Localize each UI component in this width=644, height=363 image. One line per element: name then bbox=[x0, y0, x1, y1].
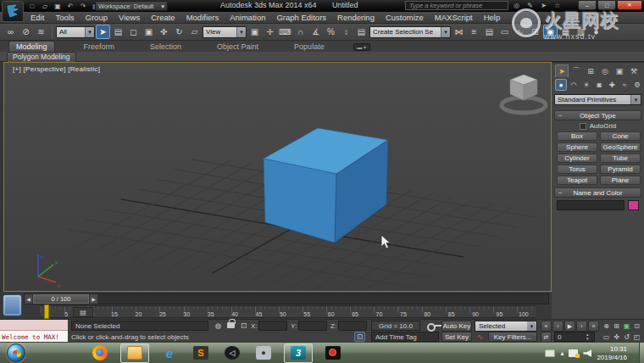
name-color-rollout-header[interactable]: − Name and Color bbox=[554, 187, 641, 198]
ribbon-tab[interactable]: Selection bbox=[143, 42, 188, 52]
space-warps-category-icon[interactable]: ≈ bbox=[619, 79, 630, 91]
speaker-icon[interactable] bbox=[583, 349, 591, 357]
infocenter-search-icon[interactable]: ◎ bbox=[512, 1, 521, 10]
menu-item[interactable]: Customize bbox=[386, 13, 424, 22]
z-coordinate-field[interactable] bbox=[338, 321, 367, 331]
zoom-all-icon[interactable]: ⊞ bbox=[612, 321, 621, 331]
show-hidden-icons[interactable]: ▴ bbox=[560, 349, 564, 357]
internet-explorer-icon[interactable]: e bbox=[158, 343, 180, 363]
menu-item[interactable]: Graph Editors bbox=[276, 13, 326, 22]
next-frame-arrow[interactable]: ▶ bbox=[90, 294, 97, 304]
maximize-viewport-toggle-icon[interactable]: ◰ bbox=[632, 332, 641, 342]
primitive-button[interactable]: Pyramid bbox=[600, 165, 641, 174]
display-tab-icon[interactable]: ▣ bbox=[613, 64, 626, 77]
play-button[interactable]: ▶ bbox=[564, 321, 575, 332]
align-icon[interactable]: ≡ bbox=[467, 25, 481, 39]
object-type-rollout-header[interactable]: − Object Type bbox=[554, 110, 641, 120]
select-by-name-icon[interactable]: ▤ bbox=[111, 25, 125, 39]
go-to-end-button[interactable]: » bbox=[588, 321, 599, 332]
auto-key-button[interactable]: Auto Key bbox=[441, 321, 472, 332]
add-time-tag-field[interactable]: Add Time Tag bbox=[371, 332, 439, 342]
layer-manager-icon[interactable]: ▤ bbox=[482, 25, 497, 39]
menu-item[interactable]: Help bbox=[484, 13, 501, 22]
spinner-arrows-icon[interactable]: ▴▾ bbox=[586, 332, 589, 341]
time-slider[interactable]: ◀ 0 / 100 ▶ bbox=[24, 293, 549, 304]
menu-item[interactable]: MAXScript bbox=[435, 13, 473, 22]
sublime-text-icon[interactable]: S bbox=[190, 343, 212, 363]
ribbon-tab[interactable]: Modeling bbox=[8, 41, 55, 52]
maxscript-mini-listener[interactable]: Welcome to MAX! bbox=[0, 331, 68, 343]
rectangular-selection-region-icon[interactable]: ◻ bbox=[126, 25, 141, 39]
network-warning-icon[interactable] bbox=[569, 349, 578, 357]
selection-lock-toggle[interactable]: ⊡ bbox=[354, 332, 365, 342]
select-and-scale-icon[interactable]: ▱ bbox=[187, 25, 202, 39]
close-button[interactable]: ✕ bbox=[617, 0, 642, 10]
macro-recorder-field[interactable] bbox=[0, 320, 68, 331]
select-object-icon[interactable]: ➤ bbox=[96, 25, 110, 39]
undo-icon[interactable]: ↶ bbox=[65, 1, 75, 11]
workspace-dropdown[interactable]: Workspace: Default▾ bbox=[95, 1, 168, 11]
next-frame-button[interactable]: › bbox=[576, 321, 587, 332]
open-file-icon[interactable]: ▱ bbox=[40, 1, 50, 11]
snaps-toggle-icon[interactable]: ∩ bbox=[293, 25, 308, 39]
timeline-corner-button[interactable] bbox=[3, 294, 22, 316]
modify-tab-icon[interactable]: ⌒ bbox=[569, 64, 583, 77]
save-file-icon[interactable]: ▣ bbox=[53, 1, 63, 11]
zoom-extents-icon[interactable]: ▣ bbox=[622, 321, 631, 331]
tray-clock[interactable]: 10:31 2019/4/16 bbox=[597, 345, 627, 361]
material-editor-icon[interactable]: ◉ bbox=[543, 25, 558, 39]
perspective-viewport[interactable]: z y x [+] [Perspective] [Realistic] bbox=[3, 62, 552, 292]
primitive-button[interactable]: GeoSphere bbox=[600, 142, 641, 152]
keyboard-shortcut-override-icon[interactable]: ⌨ bbox=[278, 25, 292, 39]
y-coordinate-field[interactable] bbox=[298, 321, 327, 331]
communication-center-icon[interactable]: ➤ bbox=[539, 1, 548, 10]
rendered-frame-window-icon[interactable]: ▥ bbox=[574, 25, 588, 39]
previous-frame-button[interactable]: ‹ bbox=[552, 321, 564, 332]
cameras-category-icon[interactable]: ◙ bbox=[593, 79, 605, 91]
menu-item[interactable]: Views bbox=[119, 13, 140, 22]
time-slider-handle[interactable]: 0 / 100 bbox=[33, 294, 89, 304]
reference-coordinate-dropdown[interactable]: View▼ bbox=[203, 26, 247, 38]
object-name-field[interactable] bbox=[557, 200, 625, 210]
object-color-swatch[interactable] bbox=[628, 200, 639, 210]
curve-editor-icon[interactable]: ∿ bbox=[513, 25, 527, 39]
primitive-button[interactable]: Box bbox=[557, 131, 597, 141]
input-language-icon[interactable] bbox=[545, 349, 555, 357]
selection-filter-dropdown[interactable]: All▼ bbox=[56, 26, 95, 38]
lights-category-icon[interactable]: ☀ bbox=[580, 79, 592, 91]
hierarchy-tab-icon[interactable]: ⊞ bbox=[584, 64, 597, 77]
render-setup-icon[interactable]: ▦ bbox=[558, 25, 573, 39]
box-object[interactable] bbox=[264, 128, 388, 243]
unlink-selection-icon[interactable]: ⊘ bbox=[19, 25, 33, 39]
x-coordinate-field[interactable] bbox=[258, 321, 287, 331]
bind-to-space-warp-icon[interactable]: ≋ bbox=[34, 25, 48, 39]
bandicam-icon[interactable] bbox=[322, 343, 344, 363]
menu-item[interactable]: Rendering bbox=[337, 13, 375, 22]
ribbon-config-button[interactable]: ▬ ▾ bbox=[353, 43, 370, 51]
unity-icon[interactable]: ◁ bbox=[221, 343, 243, 363]
primitive-button[interactable]: Cone bbox=[600, 131, 641, 141]
selection-lock-icon[interactable] bbox=[227, 322, 235, 328]
angle-snap-icon[interactable]: ∡ bbox=[308, 25, 323, 39]
menu-item[interactable]: Modifiers bbox=[186, 13, 219, 22]
maximize-button[interactable]: □ bbox=[597, 0, 616, 10]
redo-icon[interactable]: ↷ bbox=[78, 1, 88, 11]
viewport-label[interactable]: [+] [Perspective] [Realistic] bbox=[13, 65, 100, 73]
mirror-icon[interactable]: ⋈ bbox=[452, 25, 466, 39]
ribbon-tab[interactable]: Freeform bbox=[77, 42, 122, 52]
edit-named-selection-sets-icon[interactable]: ▤ bbox=[354, 25, 369, 39]
primitive-button[interactable]: Torus bbox=[557, 165, 597, 174]
set-key-button[interactable]: Set Key bbox=[441, 332, 472, 342]
polygon-modeling-panel-button[interactable]: Polygon Modeling bbox=[7, 52, 76, 62]
previous-frame-arrow[interactable]: ◀ bbox=[25, 294, 32, 304]
select-and-manipulate-icon[interactable]: ✛ bbox=[263, 25, 277, 39]
primitive-button[interactable]: Cylinder bbox=[557, 154, 597, 163]
autogrid-checkbox[interactable] bbox=[580, 123, 586, 130]
ribbon-tab[interactable]: Object Paint bbox=[210, 42, 265, 52]
favorites-icon[interactable]: ☆ bbox=[552, 1, 562, 10]
view-cube[interactable] bbox=[502, 75, 546, 113]
firefox-icon[interactable] bbox=[89, 343, 111, 363]
show-desktop-button[interactable] bbox=[639, 343, 644, 363]
geometry-category-icon[interactable]: ● bbox=[555, 79, 567, 91]
shapes-category-icon[interactable]: ◠ bbox=[568, 79, 580, 91]
